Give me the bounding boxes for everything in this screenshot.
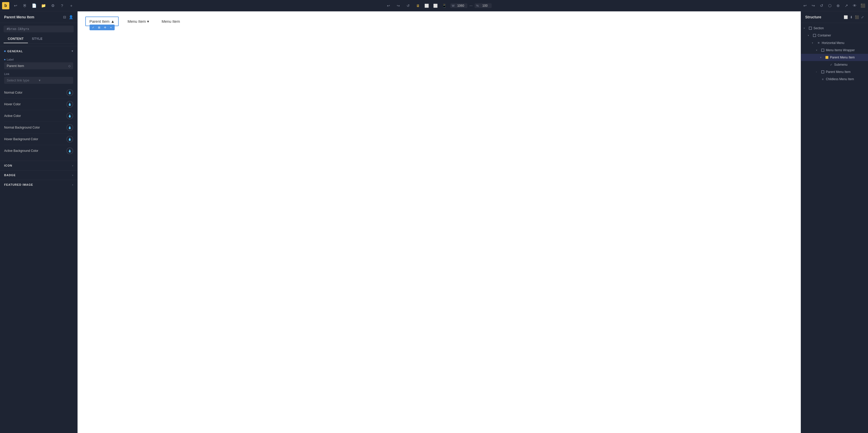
normal-bg-color-swatch[interactable]: 💧	[66, 124, 73, 131]
active-color-row: Active Color 💧	[4, 110, 73, 122]
nav-item-menu1[interactable]: Menu Item ▾	[124, 17, 153, 26]
width-input[interactable]	[456, 4, 466, 7]
hover-color-row: Hover Color 💧	[4, 98, 73, 110]
container-icon	[812, 34, 816, 37]
general-section-header[interactable]: GENERAL ▾	[0, 46, 77, 56]
diamond-icon[interactable]: ◇	[68, 64, 70, 68]
history-undo-icon[interactable]: ↩	[802, 3, 808, 9]
svg-rect-4	[822, 70, 824, 73]
undo-icon[interactable]: ↩	[12, 3, 19, 9]
tree-label-submenu: Submenu	[834, 63, 865, 66]
hover-color-swatch[interactable]: 💧	[66, 101, 73, 108]
main-layout: Parent Menu Item ⊟ 👤 #brxe-1khyrx CONTEN…	[0, 11, 868, 433]
nav-ctrl-add-button[interactable]: +	[108, 25, 114, 30]
link-type-select[interactable]: Select link type ▾	[4, 77, 73, 84]
settings-icon[interactable]: ⚙	[50, 3, 56, 9]
nav-ctrl-move-button[interactable]: ✛	[102, 25, 107, 30]
tab-content[interactable]: CONTENT	[4, 35, 28, 43]
color-fields: Normal Color 💧 Hover Color 💧 Active Colo…	[4, 87, 73, 156]
width-label: W	[452, 4, 455, 7]
nav-item-menu2[interactable]: Menu Item	[158, 17, 184, 26]
height-separator: —	[469, 4, 472, 7]
nav-ctrl-check-button[interactable]: ✓	[90, 25, 96, 30]
structure-tree: ▾ Section ▾ Container ▾ ≡ Horizontal Men…	[801, 23, 868, 84]
tree-item-parent-menu-item-2[interactable]: › Parent Menu Item	[801, 68, 868, 76]
add-icon[interactable]: +	[68, 3, 74, 9]
structure-expand-icon[interactable]: ⤢	[861, 15, 864, 19]
app-logo[interactable]: b	[2, 2, 9, 9]
featured-image-section-expand-icon: ›	[72, 183, 73, 186]
history-alt-icon[interactable]: ↺	[404, 2, 412, 9]
general-dot	[4, 51, 6, 52]
tree-item-horizontal-menu[interactable]: ▾ ≡ Horizontal Menu	[801, 39, 868, 47]
structure-copy-icon[interactable]: ⬜	[844, 15, 848, 19]
badge-section-title: BADGE	[4, 174, 16, 177]
tree-item-submenu[interactable]: ✓ Submenu	[801, 61, 868, 68]
parent-menu-item-icon	[825, 56, 829, 59]
icon-section-header[interactable]: ICON ›	[0, 161, 77, 170]
nav-item-parent-arrow: ▲	[111, 19, 115, 24]
label-input[interactable]	[7, 64, 68, 68]
folder-icon[interactable]: 📁	[40, 3, 46, 9]
general-section-title: GENERAL	[4, 50, 23, 53]
active-color-label: Active Color	[4, 114, 21, 118]
icon-section-expand-icon: ›	[72, 164, 73, 167]
external-link-icon[interactable]: ↗	[843, 3, 849, 9]
normal-color-swatch[interactable]: 💧	[66, 89, 73, 96]
fullscreen-icon[interactable]: ⬛	[860, 3, 866, 9]
active-bg-color-label: Active Background Color	[4, 149, 38, 153]
nav-ctrl-grid-button[interactable]: ⊞	[96, 25, 101, 30]
general-chevron-icon: ▾	[71, 50, 73, 53]
history-forward-icon[interactable]: ↪	[395, 2, 402, 9]
svg-rect-2	[822, 49, 824, 52]
general-form: Label ◇ Link Select link type ▾ Normal C…	[0, 56, 77, 161]
canvas-nav: Parent Item ▲ ✓ ⊞ ✛ + Menu Item ▾ Menu I…	[78, 11, 801, 31]
document-icon[interactable]: 📄	[31, 3, 37, 9]
history-back-icon[interactable]: ↩	[384, 2, 392, 9]
history-redo-icon[interactable]: ↪	[810, 3, 816, 9]
tab-style[interactable]: STYLE	[28, 35, 47, 43]
tree-label-section: Section	[813, 26, 865, 30]
help-icon[interactable]: ?	[59, 3, 65, 9]
nav-item-parent[interactable]: Parent Item ▲ ✓ ⊞ ✛ +	[85, 17, 119, 26]
featured-image-section-header[interactable]: FEATURED IMAGE ›	[0, 180, 77, 189]
view-modes: 🖥 ⬜ ⬜ 📱	[414, 2, 448, 9]
badge-section-expand-icon: ›	[72, 174, 73, 177]
label-field-label: Label	[4, 58, 73, 61]
tree-item-parent-menu-item-active[interactable]: ▾ Parent Menu Item	[801, 54, 868, 61]
normal-color-row: Normal Color 💧	[4, 87, 73, 98]
top-bar: b ↩ ⛨ 📄 📁 ⚙ ? + ↩ ↪ ↺ 🖥 ⬜ ⬜ 📱 W — %	[0, 0, 868, 11]
percent-label: %	[476, 4, 479, 7]
user-icon[interactable]: 👤	[69, 15, 73, 19]
mobile-view-button[interactable]: 📱	[440, 2, 448, 9]
zoom-input[interactable]	[480, 4, 490, 7]
badge-section-header[interactable]: BADGE ›	[0, 170, 77, 180]
normal-bg-color-label: Normal Background Color	[4, 126, 40, 129]
tablet-landscape-view-button[interactable]: ⬜	[423, 2, 431, 9]
shield-icon[interactable]: ⛨	[22, 3, 28, 9]
parent-menu-item2-icon	[821, 70, 825, 74]
duplicate-icon[interactable]: ⊟	[63, 15, 66, 19]
layers-icon[interactable]: ⬡	[827, 3, 833, 9]
structure-resize-icon[interactable]: ⬛	[855, 15, 859, 19]
tree-item-childless-menu-item[interactable]: ≡ Childless Menu Item	[801, 76, 868, 83]
active-bg-color-swatch[interactable]: 💧	[66, 147, 73, 154]
hover-bg-color-swatch[interactable]: 💧	[66, 136, 73, 143]
hover-color-label: Hover Color	[4, 103, 21, 106]
wordpress-icon[interactable]: ⊕	[835, 3, 841, 9]
right-panel: Structure ⬜ ⬇ ⬛ ⤢ ▾ Section ▾	[801, 11, 868, 433]
active-color-swatch[interactable]: 💧	[66, 113, 73, 119]
tablet-portrait-view-button[interactable]: ⬜	[432, 2, 439, 9]
tree-label-childless-menu-item: Childless Menu Item	[826, 77, 865, 81]
tree-item-menu-items-wrapper[interactable]: ▾ Menu Items Wrapper	[801, 47, 868, 54]
desktop-view-button[interactable]: 🖥	[414, 2, 422, 9]
eye-icon[interactable]: 👁	[851, 3, 858, 9]
submenu-icon: ✓	[829, 63, 833, 66]
right-header-icons: ⬜ ⬇ ⬛ ⤢	[844, 15, 864, 19]
history3-icon[interactable]: ↺	[818, 3, 825, 9]
structure-download-icon[interactable]: ⬇	[850, 15, 853, 19]
horizontal-menu-icon: ≡	[816, 41, 821, 45]
svg-rect-3	[826, 56, 828, 59]
tree-item-container[interactable]: ▾ Container	[801, 32, 868, 39]
tree-item-section[interactable]: ▾ Section	[801, 25, 868, 32]
